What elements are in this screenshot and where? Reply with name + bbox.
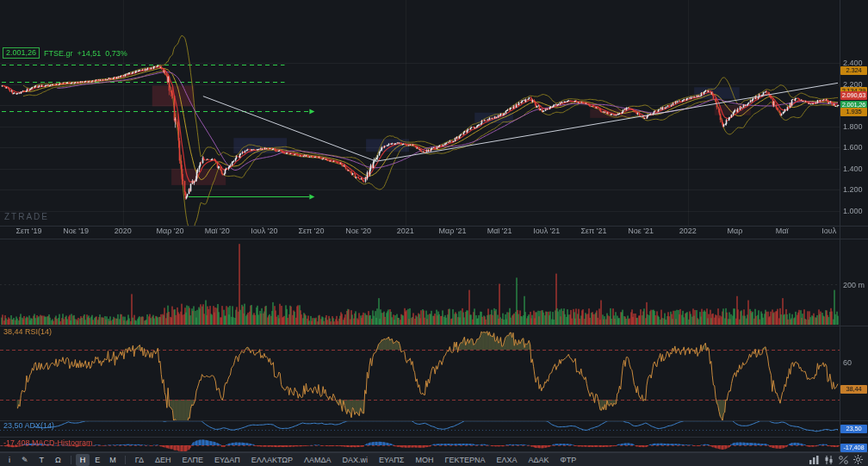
timeframe-Μ[interactable]: Μ: [105, 454, 121, 466]
symbol-change-pct: 0,73%: [105, 49, 127, 58]
gear-icon[interactable]: [851, 454, 865, 465]
percent-icon[interactable]: [836, 454, 850, 465]
ticker-ΕΛΧΑ[interactable]: ΕΛΧΑ: [491, 454, 522, 466]
ticker-ΔΕΗ[interactable]: ΔΕΗ: [150, 454, 177, 466]
chart-options-group: [807, 454, 865, 465]
rsi-indicator-label[interactable]: 38,44 RSI(14): [3, 327, 52, 336]
timeframe-Η[interactable]: Η: [76, 454, 90, 466]
ticker-ΕΥΑΠΣ[interactable]: ΕΥΑΠΣ: [374, 454, 409, 466]
ticker-ΕΛΛΑΚΤΩΡ[interactable]: ΕΛΛΑΚΤΩΡ: [246, 454, 298, 466]
symbol-info: 2.001,26 FTSE.gr +14,51 0,73%: [3, 47, 127, 59]
adx-indicator-label[interactable]: 23,50 ADX(14): [3, 421, 54, 430]
ticker-ΑΔΑΚ[interactable]: ΑΔΑΚ: [523, 454, 554, 466]
ticker-ΜΟΗ[interactable]: ΜΟΗ: [410, 454, 438, 466]
ticker-ΦΤΡ[interactable]: ΦΤΡ: [555, 454, 581, 466]
ticker-ΓΔ[interactable]: ΓΔ: [130, 454, 149, 466]
draw-icon[interactable]: ✎: [16, 454, 34, 466]
symbol-name[interactable]: FTSE.gr: [44, 49, 73, 58]
macd-indicator-label[interactable]: -17,408 MACD-Histogram: [3, 438, 93, 447]
info-icon[interactable]: i: [3, 454, 16, 466]
timeframe-group: ΗΕΜ: [76, 454, 121, 466]
text-tool-icon[interactable]: T: [34, 454, 50, 466]
last-price-box: 2.001,26: [3, 47, 40, 59]
trading-terminal: 2.001,26 FTSE.gr +14,51 0,73% ZTRADE 38,…: [0, 0, 868, 466]
timeframe-Ε[interactable]: Ε: [90, 454, 104, 466]
drawing-tools-group: i✎TΩ: [3, 454, 66, 466]
ticker-ΕΥΔΑΠ[interactable]: ΕΥΔΑΠ: [209, 454, 245, 466]
bottom-toolbar: i✎TΩ ΗΕΜ ΓΔΔΕΗΕΛΠΕΕΥΔΑΠΕΛΛΑΚΤΩΡΛΑΜΔΑDAX.…: [0, 452, 868, 466]
toolbar-separator: [71, 456, 71, 464]
ticker-ΓΕΚΤΕΡΝΑ[interactable]: ΓΕΚΤΕΡΝΑ: [439, 454, 490, 466]
symbol-change: +14,51: [78, 49, 102, 58]
ticker-ΕΛΠΕ[interactable]: ΕΛΠΕ: [177, 454, 208, 466]
watchlist-group: ΓΔΔΕΗΕΛΠΕΕΥΔΑΠΕΛΛΑΚΤΩΡΛΑΜΔΑDAX.wiΕΥΑΠΣΜΟ…: [130, 454, 581, 466]
ztrade-watermark: ZTRADE: [4, 212, 49, 221]
toolbar-separator: [125, 456, 126, 464]
indicators-icon[interactable]: Ω: [50, 454, 66, 466]
ticker-DAX.wi[interactable]: DAX.wi: [338, 454, 374, 466]
candlestick-chart-icon[interactable]: [822, 454, 835, 465]
ticker-ΛΑΜΔΑ[interactable]: ΛΑΜΔΑ: [299, 454, 337, 466]
chart-canvas[interactable]: [0, 0, 868, 452]
bar-chart-icon[interactable]: [807, 454, 821, 465]
